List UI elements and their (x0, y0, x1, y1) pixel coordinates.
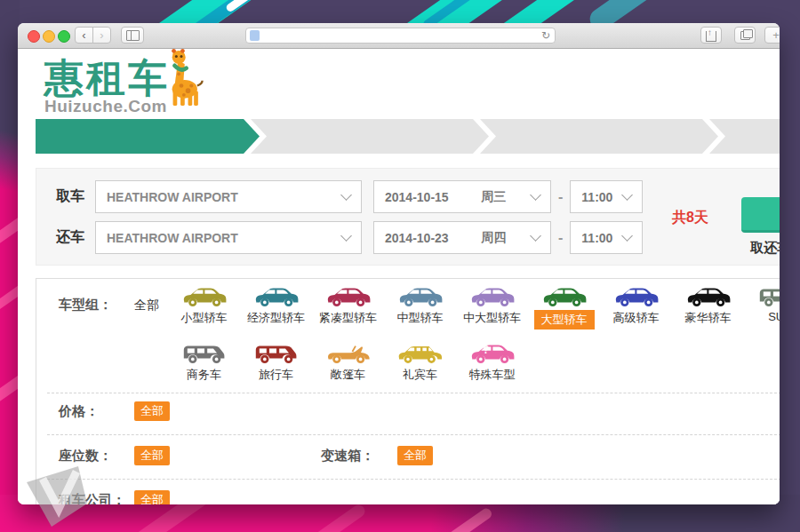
date-select[interactable]: 2014-10-23 周四 (373, 221, 551, 254)
van-icon (757, 286, 780, 307)
car-type-item[interactable]: SUV (744, 286, 780, 330)
seats-filter-row: 座位数： 全部 变速箱： 全部 (59, 446, 780, 465)
car-type-item[interactable]: ? 特殊车型 (456, 343, 528, 383)
car-type-name: 小型轿车 (181, 310, 228, 326)
location-select[interactable]: HEATHROW AIRPORT (95, 180, 362, 213)
date-value: 2014-10-23 (385, 231, 449, 245)
search-row-label: 还车 (56, 228, 95, 247)
reload-icon[interactable]: ↻ (541, 29, 550, 42)
car-type-item[interactable]: 中大型轿车 (456, 286, 528, 330)
location-select[interactable]: HEATHROW AIRPORT (95, 221, 362, 254)
car-type-item[interactable]: 大型轿车 (528, 286, 600, 330)
time-value: 11:00 (581, 231, 612, 245)
date-time-separator: - (558, 189, 563, 205)
step-arrow (480, 119, 718, 154)
car-type-item[interactable]: 中型轿车 (384, 286, 456, 330)
forward-button[interactable]: › (92, 27, 111, 44)
search-button[interactable] (741, 197, 780, 233)
car-type-item[interactable]: 礼宾车 (384, 343, 456, 383)
filter-panel: 车型组： 全部 小型轿车 经济型轿车 紧凑型轿车 (36, 278, 780, 504)
share-button[interactable] (700, 27, 722, 44)
desktop-background-left (0, 0, 20, 532)
transmission-all-option[interactable]: 全部 (397, 446, 433, 465)
price-filter-row: 价格： 全部 (59, 401, 780, 421)
back-button[interactable]: ‹ (75, 27, 93, 44)
close-button[interactable] (28, 30, 40, 43)
car-type-name: 豪华轿车 (685, 310, 732, 326)
van-icon (181, 343, 228, 364)
car-type-name: 紧凑型轿车 (319, 310, 377, 326)
van-icon (253, 343, 300, 364)
rental-duration: 共8天 (672, 209, 708, 227)
weekday-value: 周三 (481, 189, 506, 205)
sedan-icon (469, 343, 516, 364)
car-type-name: 礼宾车 (403, 367, 437, 383)
address-bar[interactable]: ↻ (245, 28, 556, 44)
tab-overview-button[interactable] (734, 27, 756, 44)
browser-window: ‹ › ↻ + 惠租车 Huizuche.Com (18, 23, 780, 504)
car-type-name: 中大型轿车 (463, 310, 521, 326)
time-select[interactable]: 11:00 (570, 180, 643, 213)
new-tab-button[interactable]: + (764, 27, 780, 44)
car-type-name: 特殊车型 (469, 367, 516, 383)
chevron-down-icon (340, 189, 352, 201)
company-all-option[interactable]: 全部 (134, 490, 170, 504)
zoom-button[interactable] (58, 30, 70, 43)
progress-stepper (18, 119, 780, 154)
search-panel: 取车 HEATHROW AIRPORT 2014-10-15 周三 - 1 (36, 168, 780, 266)
location-value: HEATHROW AIRPORT (107, 231, 238, 245)
weekday-value: 周四 (481, 230, 506, 246)
chevron-down-icon (530, 230, 541, 242)
time-value: 11:00 (581, 190, 612, 204)
sedan-icon (253, 286, 300, 307)
search-row: 还车 HEATHROW AIRPORT 2014-10-23 周四 - 1 (36, 221, 643, 254)
company-filter-row: 租车公司： 全部 (59, 490, 780, 504)
price-all-option[interactable]: 全部 (134, 401, 170, 421)
car-type-item[interactable]: 高级轿车 (600, 286, 672, 330)
dashed-divider (47, 434, 780, 435)
minimize-button[interactable] (43, 30, 55, 43)
convertible-icon (325, 343, 372, 364)
car-group-label: 车型组： (59, 297, 112, 314)
site-logo[interactable]: 惠租车 Huizuche.Com (44, 58, 170, 116)
car-type-item[interactable]: 紧凑型轿车 (312, 286, 384, 330)
favicon-placeholder (250, 30, 260, 41)
watermark (23, 465, 108, 530)
sidebar-button[interactable] (121, 27, 144, 44)
date-value: 2014-10-15 (385, 190, 449, 204)
car-type-name: 高级轿车 (613, 310, 660, 326)
question-badge: ? (483, 344, 489, 356)
tabs-icon (740, 31, 750, 40)
car-type-name: 旅行车 (259, 367, 293, 383)
sedan-icon (613, 286, 660, 307)
car-group-all-option[interactable]: 全部 (134, 298, 159, 314)
dashed-divider (47, 393, 780, 393)
sedan-icon (181, 286, 228, 307)
date-select[interactable]: 2014-10-15 周三 (373, 180, 551, 213)
pickup-return-note: 取还车 (750, 240, 780, 257)
car-type-name: SUV (768, 310, 780, 323)
car-type-name: 敞篷车 (331, 367, 365, 383)
sedan-icon (685, 286, 732, 307)
car-type-item[interactable]: 敞篷车 (312, 343, 384, 383)
sedan-icon (397, 286, 444, 307)
car-type-item[interactable]: 商务车 (168, 343, 240, 383)
time-select[interactable]: 11:00 (570, 221, 643, 254)
location-value: HEATHROW AIRPORT (107, 190, 238, 204)
chevron-down-icon (530, 189, 541, 201)
sedan-icon (469, 286, 516, 307)
car-type-item[interactable]: 小型轿车 (168, 286, 240, 330)
car-type-item[interactable]: 豪华轿车 (672, 286, 744, 330)
browser-titlebar: ‹ › ↻ + (18, 23, 780, 49)
car-type-name: 大型轿车 (534, 310, 595, 330)
car-type-item[interactable]: 经济型轿车 (240, 286, 312, 330)
date-time-separator: - (558, 230, 563, 246)
dashed-divider (47, 479, 780, 480)
price-label: 价格： (59, 403, 134, 420)
transmission-label: 变速箱： (321, 448, 374, 465)
chevron-down-icon (621, 189, 633, 201)
seats-all-option[interactable]: 全部 (134, 446, 170, 465)
car-type-item[interactable]: 旅行车 (240, 343, 312, 383)
search-row: 取车 HEATHROW AIRPORT 2014-10-15 周三 - 1 (36, 180, 643, 213)
logo-english: Huizuche.Com (44, 97, 170, 116)
